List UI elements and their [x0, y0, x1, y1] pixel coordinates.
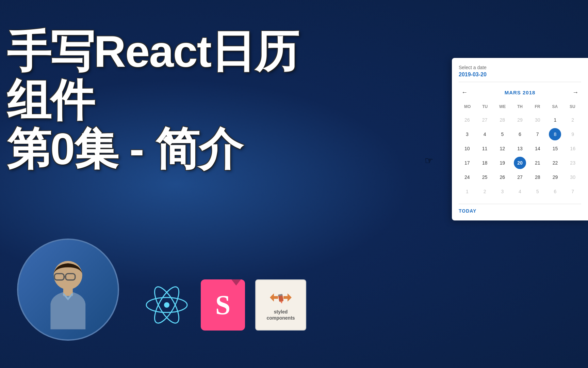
weekday-sa: SA	[546, 103, 564, 110]
cal-day[interactable]: 16	[567, 142, 579, 155]
title-line1: 手写React日历组件	[7, 27, 340, 125]
cal-day[interactable]: 17	[461, 157, 473, 169]
cal-day[interactable]: 13	[514, 142, 526, 155]
react-icon	[143, 281, 191, 329]
cal-day[interactable]: 27	[514, 171, 526, 183]
weekday-su: SU	[564, 103, 581, 110]
cal-weekdays: MO TU WE TH FR SA SU	[459, 103, 581, 110]
cal-day[interactable]: 28	[532, 171, 544, 183]
title-line2: 第0集 - 简介	[7, 125, 340, 173]
cal-day[interactable]: 1	[549, 114, 561, 126]
cursor-hand: ☞	[425, 155, 433, 166]
icons-area: S styled components	[143, 279, 306, 331]
cal-month-title: MARS 2018	[505, 90, 536, 95]
styled-components-svg	[267, 289, 294, 306]
cal-day-selected[interactable]: 20	[514, 157, 526, 169]
cal-day[interactable]: 14	[532, 142, 544, 155]
title-area: 手写React日历组件 第0集 - 简介	[0, 27, 340, 173]
cal-day[interactable]: 30	[532, 114, 544, 126]
svg-marker-10	[283, 293, 292, 302]
cal-day[interactable]: 19	[496, 157, 508, 169]
cal-day[interactable]: 6	[514, 128, 526, 140]
weekday-th: TH	[511, 103, 528, 110]
calendar-widget: Select a date 2019-03-20 ← MARS 2018 → M…	[452, 58, 588, 220]
cal-day-highlighted[interactable]: 8	[549, 128, 561, 140]
weekday-tu: TU	[476, 103, 493, 110]
cal-day[interactable]: 22	[549, 157, 561, 169]
styled-components-icon: styled components	[255, 279, 306, 331]
cal-day[interactable]: 2	[567, 114, 579, 126]
cal-day[interactable]: 3	[496, 185, 508, 198]
cal-select-label: Select a date	[459, 65, 581, 70]
weekday-mo: MO	[459, 103, 476, 110]
weekday-fr: FR	[529, 103, 546, 110]
storybook-icon: S	[201, 279, 245, 331]
cal-day[interactable]: 11	[479, 142, 491, 155]
avatar-placeholder	[18, 240, 118, 339]
weekday-we: WE	[494, 103, 511, 110]
cal-day[interactable]: 5	[496, 128, 508, 140]
svg-point-8	[164, 302, 169, 308]
person-silhouette	[28, 250, 108, 329]
main-content: 手写React日历组件 第0集 - 简介	[0, 0, 588, 368]
cal-prev-button[interactable]: ←	[459, 88, 470, 97]
cal-day[interactable]: 12	[496, 142, 508, 155]
cal-day[interactable]: 23	[567, 157, 579, 169]
cal-day[interactable]: 15	[549, 142, 561, 155]
cal-day[interactable]: 26	[461, 114, 473, 126]
cal-date-value: 2019-03-20	[459, 72, 581, 82]
cal-day[interactable]: 21	[532, 157, 544, 169]
cal-next-button[interactable]: →	[570, 88, 581, 97]
cal-day[interactable]: 30	[567, 171, 579, 183]
cal-day[interactable]: 28	[496, 114, 508, 126]
cal-day[interactable]: 2	[479, 185, 491, 198]
cal-day[interactable]: 9	[567, 128, 579, 140]
cal-day[interactable]: 24	[461, 171, 473, 183]
cal-day[interactable]: 29	[549, 171, 561, 183]
cal-days: 26 27 28 29 30 1 2 3 4 5 6 7 8 9 10 11 1…	[459, 113, 581, 198]
cal-day[interactable]: 18	[479, 157, 491, 169]
storybook-s-letter: S	[215, 290, 231, 321]
cal-grid: MO TU WE TH FR SA SU 26 27 28 29 30 1 2 …	[459, 103, 581, 198]
cal-day[interactable]: 4	[514, 185, 526, 198]
cal-day[interactable]: 5	[532, 185, 544, 198]
react-atom-svg	[145, 283, 189, 327]
cal-day[interactable]: 1	[461, 185, 473, 198]
cal-footer: TODAY	[459, 204, 581, 214]
cal-day[interactable]: 27	[479, 114, 491, 126]
cal-day[interactable]: 4	[479, 128, 491, 140]
cal-day[interactable]: 6	[549, 185, 561, 198]
cal-header: ← MARS 2018 →	[459, 88, 581, 97]
svg-marker-9	[270, 293, 278, 302]
cal-day[interactable]: 7	[532, 128, 544, 140]
cal-day[interactable]: 10	[461, 142, 473, 155]
cal-day[interactable]: 29	[514, 114, 526, 126]
cal-day[interactable]: 25	[479, 171, 491, 183]
cal-day[interactable]: 26	[496, 171, 508, 183]
cal-today-button[interactable]: TODAY	[459, 208, 581, 214]
cal-day[interactable]: 3	[461, 128, 473, 140]
cal-day[interactable]: 7	[567, 185, 579, 198]
avatar	[17, 239, 119, 341]
styled-components-label: styled components	[259, 309, 302, 321]
